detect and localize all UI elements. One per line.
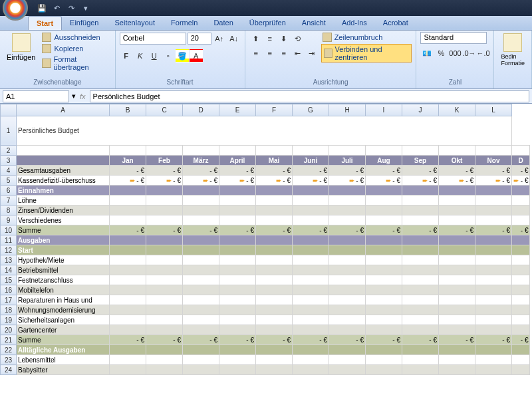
- cell[interactable]: - €: [293, 335, 329, 345]
- cell[interactable]: [439, 146, 475, 156]
- align-bottom-icon[interactable]: ⬇: [277, 32, 291, 45]
- cell[interactable]: [256, 295, 293, 305]
- col-header[interactable]: J: [402, 104, 439, 116]
- cell[interactable]: [366, 325, 402, 335]
- cell[interactable]: ➨ - €: [366, 176, 402, 186]
- cell[interactable]: [439, 285, 475, 295]
- row-header[interactable]: 13: [1, 255, 17, 265]
- cell[interactable]: [402, 305, 439, 315]
- cell[interactable]: [293, 325, 329, 335]
- cell[interactable]: [512, 245, 530, 255]
- cell[interactable]: [110, 325, 146, 335]
- cell[interactable]: - €: [110, 335, 146, 345]
- cell[interactable]: [512, 295, 530, 305]
- cell[interactable]: [17, 146, 110, 156]
- row-label[interactable]: Reparaturen in Haus und: [17, 295, 110, 305]
- cell[interactable]: [402, 285, 439, 295]
- cell[interactable]: [402, 365, 439, 375]
- cell[interactable]: [329, 275, 366, 285]
- month-header[interactable]: Mai: [256, 156, 293, 166]
- cell[interactable]: [110, 275, 146, 285]
- cell[interactable]: [219, 285, 256, 295]
- cell[interactable]: [475, 325, 512, 335]
- cell[interactable]: - €: [402, 166, 439, 176]
- cell[interactable]: [256, 345, 293, 355]
- row-header[interactable]: 10: [1, 225, 17, 235]
- cell[interactable]: - €: [329, 335, 366, 345]
- row-label[interactable]: Hypothek/Miete: [17, 255, 110, 265]
- align-right-icon[interactable]: ≡: [277, 47, 291, 60]
- cell[interactable]: [183, 295, 219, 305]
- fx-icon[interactable]: fx: [76, 92, 90, 100]
- cell[interactable]: [110, 295, 146, 305]
- row-header[interactable]: 5: [1, 176, 17, 186]
- cell[interactable]: [329, 205, 366, 215]
- cell[interactable]: [475, 285, 512, 295]
- undo-icon[interactable]: ↶: [51, 2, 63, 14]
- cell[interactable]: [256, 305, 293, 315]
- cell[interactable]: ➨ - €: [402, 176, 439, 186]
- percent-icon[interactable]: %: [434, 47, 448, 60]
- cell[interactable]: [183, 355, 219, 365]
- cell[interactable]: [183, 305, 219, 315]
- cell[interactable]: [366, 245, 402, 255]
- month-header[interactable]: März: [183, 156, 219, 166]
- cell[interactable]: [439, 325, 475, 335]
- tab-start[interactable]: Start: [28, 16, 62, 30]
- row-label[interactable]: Babysitter: [17, 365, 110, 375]
- cell[interactable]: [402, 196, 439, 205]
- month-header[interactable]: Okt: [439, 156, 475, 166]
- align-top-icon[interactable]: ⬆: [249, 32, 263, 45]
- cell[interactable]: [512, 355, 530, 365]
- increase-font-icon[interactable]: A↑: [213, 32, 226, 45]
- cell[interactable]: [366, 235, 402, 245]
- cell[interactable]: ➨ - €: [475, 176, 512, 186]
- cell[interactable]: [293, 235, 329, 245]
- cell[interactable]: [183, 215, 219, 225]
- cell[interactable]: [402, 325, 439, 335]
- cell[interactable]: [329, 305, 366, 315]
- cell[interactable]: [146, 365, 183, 375]
- cell[interactable]: - €: [366, 166, 402, 176]
- month-header[interactable]: D: [512, 156, 530, 166]
- tab-formeln[interactable]: Formeln: [163, 16, 205, 30]
- cell[interactable]: [256, 146, 293, 156]
- row-label[interactable]: Zinsen/Dividenden: [17, 205, 110, 215]
- cell[interactable]: [329, 146, 366, 156]
- row-header[interactable]: 23: [1, 355, 17, 365]
- cell[interactable]: [293, 295, 329, 305]
- month-header[interactable]: Juli: [329, 156, 366, 166]
- month-header[interactable]: Feb: [146, 156, 183, 166]
- cell[interactable]: [512, 285, 530, 295]
- cell[interactable]: [256, 365, 293, 375]
- cell[interactable]: [329, 325, 366, 335]
- cell[interactable]: [366, 265, 402, 275]
- cell[interactable]: [402, 295, 439, 305]
- cell[interactable]: [293, 315, 329, 325]
- cell[interactable]: - €: [475, 166, 512, 176]
- row-label[interactable]: Löhne: [17, 196, 110, 205]
- cell[interactable]: - €: [366, 225, 402, 235]
- cell[interactable]: [512, 255, 530, 265]
- increase-indent-icon[interactable]: ⇥: [305, 47, 319, 60]
- cell[interactable]: [366, 365, 402, 375]
- border-button[interactable]: ▫: [162, 49, 175, 63]
- cell[interactable]: [110, 365, 146, 375]
- row-header[interactable]: 11: [1, 235, 17, 245]
- cell[interactable]: [512, 265, 530, 275]
- cell[interactable]: [256, 265, 293, 275]
- merge-center-button[interactable]: Verbinden und zentrieren: [321, 44, 412, 63]
- cond-format-button[interactable]: Bedin Formatie: [498, 32, 527, 68]
- month-header[interactable]: Juni: [293, 156, 329, 166]
- cell[interactable]: [293, 285, 329, 295]
- cell[interactable]: ➨ - €: [439, 176, 475, 186]
- cell[interactable]: [512, 305, 530, 315]
- cell[interactable]: [146, 146, 183, 156]
- cell[interactable]: [293, 205, 329, 215]
- cell[interactable]: [256, 215, 293, 225]
- month-header[interactable]: Aug: [366, 156, 402, 166]
- cell[interactable]: [329, 255, 366, 265]
- cell[interactable]: - €: [256, 166, 293, 176]
- cell[interactable]: [402, 235, 439, 245]
- cell[interactable]: [256, 285, 293, 295]
